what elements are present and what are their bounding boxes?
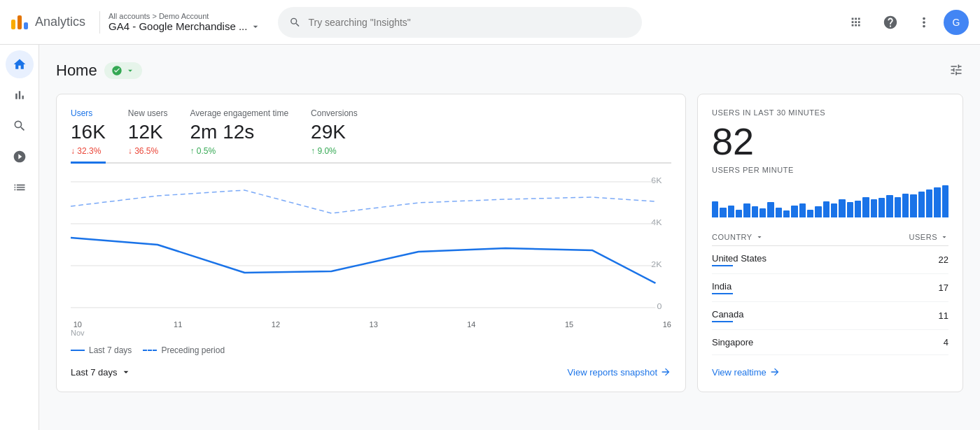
realtime-card: USERS IN LAST 30 MINUTES 82 USERS PER MI… [697, 94, 963, 392]
metric-tab-users[interactable]: Users 16K ↓ 32.3% [71, 108, 106, 164]
mini-bar-item [783, 210, 790, 217]
account-breadcrumb: All accounts > Demo Account [108, 12, 261, 20]
chart-label-16: 16 [663, 320, 671, 337]
page-title-group: Home [56, 62, 142, 80]
account-name: GA4 - Google Merchandise ... [108, 20, 261, 32]
view-reports-link[interactable]: View reports snapshot [568, 366, 671, 378]
legend-last-7-days: Last 7 days [71, 345, 132, 355]
search-bar[interactable] [278, 7, 642, 38]
help-icon-button[interactable] [876, 8, 904, 36]
grid-icon-button[interactable] [843, 8, 871, 36]
legend-solid-line [71, 350, 85, 351]
mini-bar-item [918, 192, 925, 217]
mini-bar-item [799, 203, 806, 217]
legend-preceding-period: Preceding period [143, 345, 225, 355]
main-content: Home Users 16K ↓ 32.3% New users 12 [39, 45, 980, 430]
dashboard-grid: Users 16K ↓ 32.3% New users 12K ↓ 36.5% … [56, 94, 963, 392]
metric-tab-new-users[interactable]: New users 12K ↓ 36.5% [128, 108, 168, 164]
mini-bar-item [934, 187, 940, 217]
metric-value-users: 16K [71, 121, 106, 143]
chart-svg: 6K 4K 2K 0 [71, 175, 671, 315]
card-footer: Last 7 days View reports snapshot [71, 366, 671, 378]
table-row: Singapore 4 [712, 330, 948, 355]
users-col-header[interactable]: USERS [849, 229, 948, 246]
chart-label-13: 13 [370, 320, 378, 337]
chart-label-15: 15 [565, 320, 573, 337]
mini-bar-item [855, 201, 861, 217]
country-name-cell: India [712, 274, 849, 302]
country-name-cell: Canada [712, 302, 849, 330]
metric-change-conversions: ↑ 9.0% [311, 146, 358, 156]
top-navigation: Analytics All accounts > Demo Account GA… [0, 0, 980, 45]
mini-bar-item [871, 199, 877, 217]
metric-change-engagement: ↑ 0.5% [190, 146, 289, 156]
status-badge[interactable] [104, 62, 142, 79]
realtime-arrow-icon [769, 366, 780, 378]
users-sort-icon [940, 233, 948, 241]
metric-label-users: Users [71, 108, 106, 118]
mini-bar-item [886, 195, 892, 217]
page-header: Home [56, 62, 963, 80]
mini-bar-item [807, 210, 813, 218]
line-chart: 6K 4K 2K 0 [71, 175, 671, 315]
country-name-cell: United States [712, 246, 849, 274]
svg-text:0: 0 [657, 302, 662, 310]
mini-bar-item [823, 201, 830, 217]
mini-bar-item [895, 197, 901, 217]
realtime-section-label: USERS IN LAST 30 MINUTES [712, 108, 948, 117]
mini-bar-item [767, 202, 774, 217]
arrow-right-icon [660, 366, 671, 378]
metric-tab-engagement[interactable]: Average engagement time 2m 12s ↑ 0.5% [190, 108, 289, 164]
chart-x-labels: 10 Nov 11 12 13 14 15 [71, 320, 671, 337]
analytics-logo-icon [11, 15, 28, 29]
mini-bar-item [752, 206, 758, 217]
mini-bar-item [910, 194, 916, 217]
metric-label-engagement: Average engagement time [190, 108, 289, 118]
sidebar-item-reports[interactable] [6, 81, 34, 109]
table-row: India 17 [712, 274, 948, 302]
mini-bar-item [839, 199, 845, 217]
date-selector[interactable]: Last 7 days [71, 366, 132, 378]
account-selector[interactable]: All accounts > Demo Account GA4 - Google… [108, 12, 261, 32]
logo-group: Analytics [11, 15, 85, 29]
mini-bar-item [862, 197, 869, 217]
sidebar-item-configure[interactable] [6, 173, 34, 201]
page-title: Home [56, 62, 97, 80]
search-input[interactable] [308, 17, 631, 28]
more-options-button[interactable] [910, 8, 938, 36]
mini-bar-item [720, 208, 726, 217]
metric-change-new-users: ↓ 36.5% [128, 146, 168, 156]
avatar[interactable]: G [944, 10, 969, 35]
realtime-value: 82 [712, 122, 948, 160]
view-realtime-link[interactable]: View realtime [712, 366, 948, 378]
sidebar-item-home[interactable] [6, 50, 34, 78]
users-per-min-label: USERS PER MINUTE [712, 166, 948, 174]
mini-bar-item [902, 194, 909, 218]
sidebar-item-advertising[interactable] [6, 143, 34, 171]
svg-text:2K: 2K [651, 260, 662, 268]
date-dropdown-icon [120, 366, 132, 378]
mini-bar-item [878, 198, 885, 217]
realtime-footer: View realtime [712, 366, 948, 378]
mini-bar-item [712, 201, 718, 217]
app-title: Analytics [35, 15, 85, 29]
mini-bar-item [791, 206, 797, 217]
svg-text:4K: 4K [651, 218, 662, 227]
table-row: Canada 11 [712, 302, 948, 330]
check-circle-icon [111, 65, 122, 76]
mini-bar-item [743, 203, 750, 217]
country-col-header[interactable]: COUNTRY [712, 229, 849, 246]
mini-bar-item [776, 208, 782, 217]
chart-legend: Last 7 days Preceding period [71, 345, 671, 355]
mini-bar-chart [712, 182, 948, 217]
country-name-cell: Singapore [712, 330, 849, 355]
mini-bar-item [926, 189, 932, 217]
sidebar-item-explore[interactable] [6, 112, 34, 140]
legend-dashed-line [143, 350, 157, 351]
customize-button[interactable] [949, 63, 963, 79]
mini-bar-item [942, 185, 948, 217]
metric-value-new-users: 12K [128, 121, 168, 143]
nav-divider [99, 11, 100, 34]
metric-tab-conversions[interactable]: Conversions 29K ↑ 9.0% [311, 108, 358, 164]
svg-text:6K: 6K [651, 176, 662, 185]
